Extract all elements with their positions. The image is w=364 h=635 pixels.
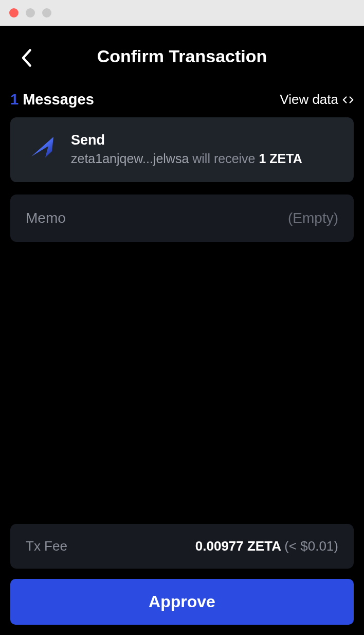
send-message-card[interactable]: Send zeta1anjqew...jelwsa will receive 1… — [10, 117, 354, 182]
send-unit: ZETA — [269, 151, 302, 166]
header: Confirm Transaction — [10, 26, 354, 91]
fee-value-main: 0.00977 ZETA — [195, 538, 284, 554]
maximize-window-button[interactable] — [42, 8, 51, 17]
messages-label: Messages — [19, 91, 94, 108]
messages-row: 1 Messages View data — [10, 91, 354, 117]
spacer — [10, 242, 354, 524]
recipient-address: zeta1anjqew...jelwsa — [71, 151, 189, 166]
chevron-left-icon — [21, 48, 32, 67]
back-button[interactable] — [21, 48, 32, 68]
send-amount: 1 — [259, 151, 266, 166]
tx-fee-card[interactable]: Tx Fee 0.00977 ZETA (< $0.01) — [10, 524, 354, 569]
approve-label: Approve — [149, 592, 215, 611]
page-title: Confirm Transaction — [97, 46, 267, 66]
send-card-description: zeta1anjqew...jelwsa will receive 1 ZETA — [71, 150, 340, 168]
memo-label: Memo — [26, 210, 66, 226]
send-card-content: Send zeta1anjqew...jelwsa will receive 1… — [71, 132, 340, 168]
minimize-window-button[interactable] — [26, 8, 35, 17]
token-icon-svg — [24, 132, 60, 168]
receive-verb: will receive — [189, 151, 259, 166]
view-data-label: View data — [280, 92, 338, 108]
window-titlebar — [0, 0, 364, 26]
memo-value: (Empty) — [288, 210, 338, 226]
tx-fee-label: Tx Fee — [26, 538, 67, 554]
close-window-button[interactable] — [9, 8, 19, 17]
view-data-button[interactable]: View data — [280, 92, 354, 108]
messages-label-group: 1 Messages — [10, 91, 94, 108]
send-card-title: Send — [71, 132, 340, 148]
code-icon — [342, 94, 354, 105]
memo-card[interactable]: Memo (Empty) — [10, 195, 354, 242]
app-container: Confirm Transaction 1 Messages View data — [0, 26, 364, 635]
zeta-token-icon — [24, 132, 60, 168]
approve-button[interactable]: Approve — [10, 579, 354, 625]
fee-value-usd: (< $0.01) — [284, 538, 338, 554]
tx-fee-value: 0.00977 ZETA (< $0.01) — [195, 538, 338, 554]
messages-count: 1 — [10, 91, 19, 108]
